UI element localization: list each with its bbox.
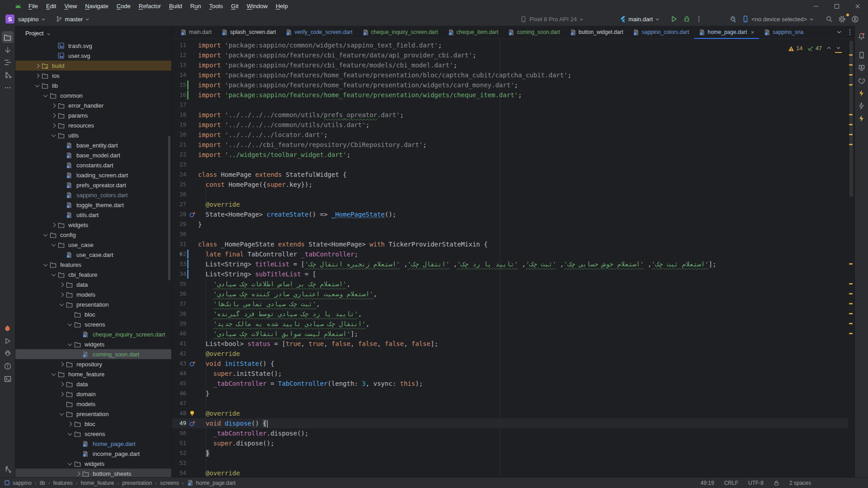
line-number[interactable]: 36 <box>172 289 186 299</box>
project-panel-header[interactable]: Project <box>15 26 171 41</box>
notifications-bell-icon[interactable] <box>856 30 868 42</box>
warnings-count[interactable]: 14 <box>788 45 802 52</box>
line-number[interactable]: 48 <box>172 408 186 418</box>
line-number[interactable]: 12 <box>172 50 186 60</box>
breadcrumb-item[interactable]: sappino <box>13 480 32 486</box>
line-number[interactable]: 40 <box>172 329 186 339</box>
tree-folder-utils[interactable]: utils <box>15 130 171 140</box>
breadcrumb-item[interactable]: presentation <box>122 480 152 486</box>
warning-stripe-mark[interactable] <box>849 263 853 265</box>
line-number[interactable]: 44 <box>172 369 186 379</box>
tree-file-use_case-dart[interactable]: use_case.dart <box>15 250 171 260</box>
line-number[interactable]: 53 <box>172 458 186 468</box>
warning-stripe-mark[interactable] <box>849 84 853 85</box>
passed-checks-count[interactable]: 47 <box>807 45 822 52</box>
project-tool-icon[interactable] <box>2 31 14 43</box>
tree-folder-presentation[interactable]: presentation <box>15 299 171 309</box>
run-configuration-selector[interactable]: main.dart <box>617 14 664 24</box>
tree-file-base_model-dart[interactable]: base_model.dart <box>15 150 171 160</box>
tree-chevron-icon[interactable] <box>57 379 66 389</box>
tree-chevron-icon[interactable] <box>57 299 66 309</box>
line-number[interactable]: 39 <box>172 319 186 329</box>
tree-folder-error_handler[interactable]: error_handler <box>15 100 171 110</box>
tree-folder-data[interactable]: data <box>15 280 171 289</box>
line-number[interactable]: 38 <box>172 309 186 319</box>
tree-chevron-icon[interactable] <box>65 459 74 469</box>
tree-file-cheque_inquiry_screen-dart[interactable]: cheque_inquiry_screen.dart <box>15 329 171 339</box>
run-button[interactable] <box>668 14 680 24</box>
tree-folder-repository[interactable]: repository <box>15 359 171 369</box>
tab-coming_soon-dart[interactable]: coming_soon.dart <box>503 26 565 38</box>
line-number[interactable]: 26 <box>172 190 186 199</box>
profile-icon[interactable] <box>849 14 862 24</box>
warning-stripe-mark[interactable] <box>849 333 853 334</box>
menu-edit[interactable]: Edit <box>42 1 60 11</box>
line-number[interactable]: 15 <box>172 80 186 90</box>
tree-folder-ios[interactable]: ios <box>15 71 171 81</box>
tree-chevron-icon[interactable] <box>65 319 74 329</box>
tree-file-base_entity-dart[interactable]: base_entity.dart <box>15 140 171 150</box>
tree-file-home_page-dart[interactable]: home_page.dart <box>15 439 171 449</box>
tree-chevron-icon[interactable] <box>57 389 66 399</box>
tree-chevron-icon[interactable] <box>49 110 58 120</box>
line-number[interactable]: 22 <box>172 150 186 160</box>
line-number[interactable]: 14 <box>172 70 186 80</box>
line-number[interactable]: 11 <box>172 40 186 50</box>
file-encoding[interactable]: UTF-8 <box>748 480 764 486</box>
vcs-widget[interactable]: master <box>56 15 92 23</box>
menu-navigate[interactable]: Navigate <box>81 1 112 11</box>
tree-file-trash-svg[interactable]: trash.svg <box>15 41 171 51</box>
menu-view[interactable]: View <box>60 1 81 11</box>
previous-problem-icon[interactable] <box>826 46 831 51</box>
structure-tool-icon[interactable] <box>2 57 14 68</box>
tree-file-utils-dart[interactable]: utils.dart <box>15 210 171 220</box>
warning-stripe-mark[interactable] <box>849 303 853 304</box>
line-number[interactable]: 50 <box>172 428 186 438</box>
tree-folder-resources[interactable]: resources <box>15 120 171 130</box>
close-tab-icon[interactable]: × <box>751 29 755 36</box>
hot-reload-tool-icon[interactable] <box>856 113 868 124</box>
project-scrollbar[interactable] <box>168 136 170 280</box>
next-problem-icon[interactable] <box>836 46 841 51</box>
line-number[interactable]: 35 <box>172 279 186 289</box>
tree-chevron-icon[interactable] <box>65 419 74 429</box>
line-separator[interactable]: CRLF <box>724 480 738 486</box>
line-number[interactable]: 32 <box>172 249 186 259</box>
warning-stripe-mark[interactable] <box>849 313 853 314</box>
tree-file-coming_soon-dart[interactable]: coming_soon.dart <box>15 349 171 359</box>
tab-home_page-dart[interactable]: home_page.dart× <box>694 26 759 38</box>
warning-stripe-mark[interactable] <box>849 64 853 66</box>
tree-chevron-icon[interactable] <box>33 61 42 71</box>
line-number[interactable]: 33 <box>172 259 186 269</box>
line-number[interactable]: 41 <box>172 339 186 349</box>
tab-sappino_sna[interactable]: sappino_sna <box>759 26 808 38</box>
line-number[interactable]: 45 <box>172 379 186 389</box>
line-number[interactable]: 43 <box>172 359 186 369</box>
profiler-tool-icon[interactable] <box>2 322 14 334</box>
breadcrumb-item[interactable]: screens <box>160 480 179 486</box>
hidden-tabs-icon[interactable] <box>836 30 842 34</box>
dart-analysis-tool-icon[interactable] <box>856 100 868 112</box>
tree-folder-bloc[interactable]: bloc <box>15 419 171 429</box>
tree-file-sappino_colors-dart[interactable]: sappino_colors.dart <box>15 190 171 200</box>
tree-chevron-icon[interactable] <box>49 270 58 280</box>
problems-tool-icon[interactable] <box>2 360 14 372</box>
breadcrumb-item[interactable]: home_page.dart <box>196 480 236 486</box>
override-gutter-icon[interactable] <box>186 209 198 219</box>
search-everywhere-icon[interactable] <box>823 14 835 24</box>
tree-chevron-icon[interactable] <box>49 240 58 250</box>
line-number[interactable]: 47 <box>172 398 186 408</box>
tab-main-dart[interactable]: main.dart <box>175 26 217 38</box>
device-manager-tool-icon[interactable] <box>856 49 868 61</box>
tree-chevron-icon[interactable] <box>33 81 42 90</box>
breadcrumb-item[interactable]: lib <box>40 480 45 486</box>
gradle-tool-icon[interactable] <box>856 75 868 86</box>
tab-sappino_colors-dart[interactable]: sappino_colors.dart <box>628 26 694 38</box>
line-number[interactable]: 34 <box>172 269 186 279</box>
device-selector[interactable]: Pixel 8 Pro API 24 <box>518 14 588 24</box>
tree-chevron-icon[interactable] <box>41 230 50 240</box>
version-control-tool-icon[interactable] <box>2 464 14 475</box>
tree-chevron-icon[interactable] <box>49 100 58 110</box>
attach-debugger-icon[interactable] <box>726 14 740 24</box>
tab-options-kebab-icon[interactable] <box>849 29 851 35</box>
